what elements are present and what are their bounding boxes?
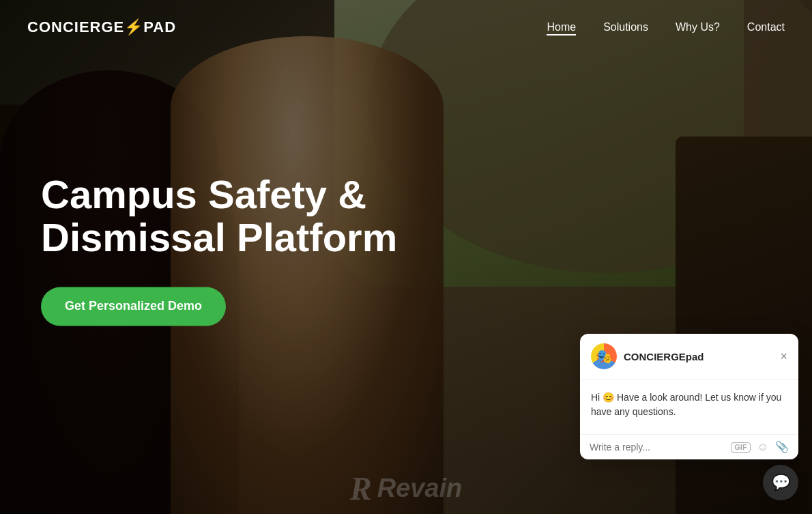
emoji-icon: ☺ [757,441,768,453]
revain-watermark: R Revain [350,470,463,507]
paperclip-icon: 📎 [775,441,789,453]
chat-footer-icons: GIF ☺ 📎 [731,442,789,453]
nav-links: Home Solutions Why Us? Contact [547,21,785,33]
chat-launcher-button[interactable]: 💬 [763,465,798,500]
nav-item-contact[interactable]: Contact [747,21,785,33]
logo-text: CONCIERGE⚡PAD [27,18,176,36]
chat-message: Hi 😊 Have a look around! Let us know if … [591,390,787,419]
chat-reply-input[interactable] [590,442,725,453]
hero-section: R Revain CONCIERGE⚡PAD Home Solutions Wh… [0,0,812,514]
chat-close-button[interactable]: × [780,350,787,362]
logo-name-part1: CONCIERGE [27,18,124,35]
emoji-button[interactable]: ☺ [757,442,768,453]
hero-content: Campus Safety & Dismissal Platform Get P… [41,173,397,326]
nav-link-solutions[interactable]: Solutions [603,21,648,33]
nav-link-home[interactable]: Home [547,21,576,35]
gif-button[interactable]: GIF [731,442,750,453]
chat-launcher-icon: 💬 [772,474,790,491]
chat-avatar: 🎭 [591,343,617,369]
chat-avatar-emoji: 🎭 [596,348,613,365]
logo[interactable]: CONCIERGE⚡PAD [27,18,176,36]
nav-link-why-us[interactable]: Why Us? [676,21,720,33]
nav-link-contact[interactable]: Contact [747,21,785,33]
logo-name-part2: PAD [143,18,176,35]
nav-item-home[interactable]: Home [547,21,576,33]
chat-header-left: 🎭 CONCIERGEpad [591,343,704,369]
logo-bolt-icon: ⚡ [124,18,143,35]
hero-title: Campus Safety & Dismissal Platform [41,173,397,260]
hero-title-line2: Dismissal Platform [41,216,397,260]
chat-widget-title: CONCIERGEpad [624,351,704,362]
hero-title-line1: Campus Safety & [41,172,366,216]
attachment-button[interactable]: 📎 [775,442,789,453]
revain-brand-text: Revain [377,474,463,503]
nav-item-why-us[interactable]: Why Us? [676,21,720,33]
chat-header: 🎭 CONCIERGEpad × [580,334,798,380]
chat-widget: 🎭 CONCIERGEpad × Hi 😊 Have a look around… [580,334,798,459]
cta-button[interactable]: Get Personalized Demo [41,287,226,326]
revain-r-icon: R [350,470,372,507]
navbar: CONCIERGE⚡PAD Home Solutions Why Us? Con… [0,0,812,55]
chat-avatar-inner: 🎭 [591,343,617,369]
nav-item-solutions[interactable]: Solutions [603,21,648,33]
chat-body: Hi 😊 Have a look around! Let us know if … [580,380,798,434]
chat-footer: GIF ☺ 📎 [580,434,798,459]
